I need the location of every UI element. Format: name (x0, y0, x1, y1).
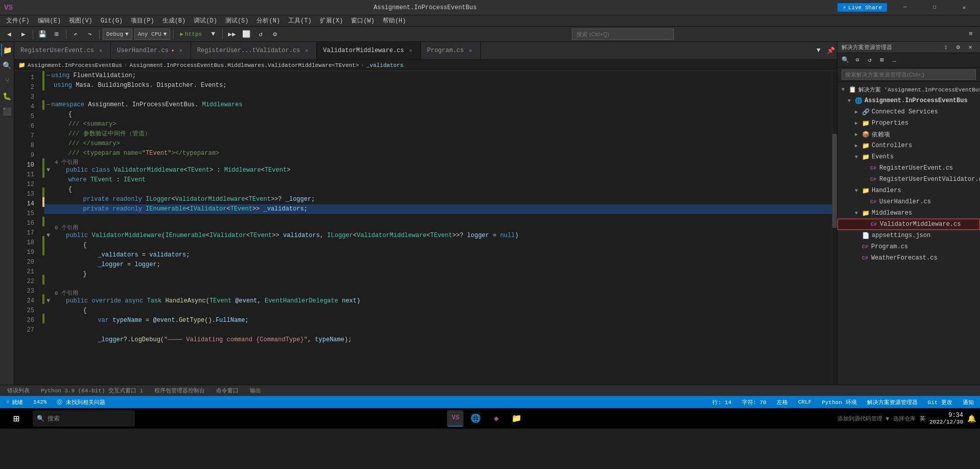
tree-arrow[interactable]: ▼ (853, 188, 860, 194)
tab-close-button[interactable]: ✕ (407, 47, 414, 54)
tree-arrow[interactable]: ▼ (853, 210, 860, 216)
taskbar-file-manager[interactable]: 📁 (508, 410, 525, 427)
menu-file[interactable]: 文件(F) (2, 15, 34, 26)
tree-arrow[interactable]: ▼ (839, 87, 847, 92)
tab-register-validator[interactable]: RegisterUser...tValidator.cs ✕ (191, 42, 317, 59)
tab-pin-button[interactable]: 📌 (825, 42, 837, 59)
toolbar-btn-more[interactable]: ≡ (965, 29, 977, 40)
toolbar-btn-restart[interactable]: ↺ (254, 29, 267, 40)
toolbar-btn-tools[interactable]: ⚙ (269, 29, 281, 40)
scrollbar-thumb[interactable] (832, 134, 837, 228)
start-button[interactable]: ⊞ (4, 408, 29, 429)
menu-project[interactable]: 项目(P) (127, 15, 158, 26)
tree-properties[interactable]: ▶ 📁 Properties (837, 118, 980, 129)
taskbar-select-repo[interactable]: 选择仓库 (893, 415, 916, 423)
tab-program[interactable]: Program.cs ✕ (421, 42, 481, 59)
bottom-tab-package-manager[interactable]: 程序包管理器控制台 (149, 385, 210, 396)
menu-help[interactable]: 帮助(H) (379, 15, 410, 26)
status-git-changes[interactable]: Git 更改 (926, 398, 954, 406)
tree-events-folder[interactable]: ▼ 📁 Events (837, 151, 980, 162)
activity-search[interactable]: 🔍 (1, 59, 13, 72)
sidebar-tb-filter[interactable]: ⊞ (876, 55, 888, 66)
breadcrumb-path[interactable]: Assignment.InProcessEventBus.Middlewares… (129, 62, 359, 68)
taskbar-vs-icon[interactable]: VS (447, 410, 463, 427)
collapse-10[interactable]: ▼ (46, 166, 50, 175)
tree-validator-middleware[interactable]: C# ValidatorMiddleware.cs (837, 219, 980, 230)
status-indent[interactable]: 左格 (775, 398, 790, 406)
toolbar-forward[interactable]: ▶ (17, 29, 30, 40)
status-errors[interactable]: ⓪ 未找到相关问题 (55, 398, 107, 406)
bottom-tab-output[interactable]: 输出 (245, 385, 266, 396)
debug-mode-dropdown[interactable]: Debug ▼ (103, 29, 132, 40)
status-line[interactable]: 行: 14 (710, 398, 733, 406)
menu-test[interactable]: 测试(S) (221, 15, 253, 26)
sidebar-settings-btn[interactable]: ⚙ (952, 42, 964, 53)
taskbar-lang[interactable]: 英 (920, 415, 925, 423)
menu-tools[interactable]: 工具(T) (284, 15, 316, 26)
activity-git[interactable]: ⑂ (1, 75, 13, 87)
breadcrumb-project[interactable]: Assignment.InProcessEventBus (28, 62, 122, 68)
bottom-tab-python[interactable]: Python 3.9 (64-bit) 交互式窗口 1 (36, 385, 148, 396)
run-button[interactable]: ▶ https (177, 30, 205, 38)
tab-user-handler[interactable]: UserHandler.cs ● ✕ (111, 42, 191, 59)
status-zoom[interactable]: 142% (31, 399, 49, 405)
tree-arrow[interactable]: ▶ (853, 109, 860, 115)
tab-close-button[interactable]: ✕ (177, 47, 184, 54)
bottom-tab-command[interactable]: 命令窗口 (211, 385, 244, 396)
status-solution-explorer[interactable]: 解决方案资源管理器 (865, 398, 920, 406)
menu-git[interactable]: Git(G) (97, 16, 127, 26)
tree-arrow[interactable]: ▶ (853, 120, 860, 126)
collapse-22[interactable]: ▼ (46, 296, 50, 306)
bottom-tab-errors[interactable]: 错误列表 (2, 385, 35, 396)
tab-register-user-event[interactable]: RegisterUserEvent.cs ✕ (14, 42, 111, 59)
tree-arrow[interactable]: ▶ (853, 131, 860, 137)
toolbar-save[interactable]: 💾 (36, 29, 49, 40)
tree-connected-services[interactable]: ▶ 🔗 Connected Services (837, 106, 980, 118)
tree-weather-forecast[interactable]: C# WeatherForecast.cs (837, 252, 980, 264)
toolbar-redo[interactable]: ↷ (84, 29, 96, 40)
tree-middlewares-folder[interactable]: ▼ 📁 Middlewares (837, 207, 980, 219)
tree-arrow[interactable]: ▼ (853, 154, 860, 160)
tree-project[interactable]: ▼ 🌐 Assignment.InProcessEventBus (837, 95, 980, 106)
editor-scrollbar[interactable] (832, 71, 837, 385)
tree-controllers[interactable]: ▶ 📁 Controllers (837, 140, 980, 151)
sidebar-close-btn[interactable]: ✕ (965, 42, 976, 53)
toolbar-btn-attach[interactable]: ▶▶ (226, 29, 238, 40)
sidebar-tb-more[interactable]: … (889, 55, 900, 66)
live-share-button[interactable]: ⚡ Live Share (837, 3, 887, 12)
status-python-env[interactable]: Python 环境 (820, 398, 858, 406)
menu-debug[interactable]: 调试(D) (190, 15, 221, 26)
sidebar-sync-btn[interactable]: ↕ (940, 42, 951, 53)
tree-handlers-folder[interactable]: ▼ 📁 Handlers (837, 185, 980, 196)
taskbar-purple-app[interactable]: ◆ (488, 410, 504, 427)
menu-analyze[interactable]: 分析(N) (252, 15, 284, 26)
menu-window[interactable]: 窗口(W) (347, 15, 379, 26)
collapse-1[interactable]: ─ (46, 71, 50, 81)
activity-extensions[interactable]: ⬛ (1, 105, 13, 118)
tree-register-user-event-validator[interactable]: C# RegisterUserEventValidator.cs (837, 174, 980, 185)
tree-dependencies[interactable]: ▶ 📦 依赖项 (837, 129, 980, 140)
platform-dropdown[interactable]: Any CPU ▼ (134, 29, 171, 40)
taskbar-notification-icon[interactable]: 🔔 (967, 414, 976, 423)
sidebar-search-input[interactable] (842, 69, 976, 80)
status-notifications[interactable]: 通知 (961, 398, 976, 406)
menu-build[interactable]: 生成(B) (158, 15, 190, 26)
menu-edit[interactable]: 编辑(E) (34, 15, 65, 26)
taskbar-add-source[interactable]: 添加到源代码管理 ▼ (837, 415, 889, 423)
activity-explorer[interactable]: 📁 (1, 44, 13, 56)
toolbar-undo[interactable]: ↶ (69, 29, 82, 40)
menu-extensions[interactable]: 扩展(X) (316, 15, 347, 26)
taskbar-edge[interactable]: 🌐 (468, 410, 484, 427)
sidebar-tb-collapse[interactable]: ⊖ (852, 55, 863, 66)
tab-close-button[interactable]: ✕ (467, 47, 474, 54)
tab-list-button[interactable]: ▼ (812, 42, 825, 59)
tab-close-button[interactable]: ✕ (97, 47, 104, 54)
tree-appsettings[interactable]: 📄 appsettings.json (837, 230, 980, 241)
collapse-4[interactable]: ─ (46, 100, 50, 110)
minimize-button[interactable]: ─ (893, 0, 917, 15)
tab-validator-middleware[interactable]: ValidatorMiddleware.cs ✕ (317, 42, 421, 59)
collapse-16[interactable]: ▼ (46, 231, 50, 241)
title-search-input[interactable] (572, 29, 674, 40)
activity-debug[interactable]: 🐛 (1, 90, 13, 102)
breadcrumb-member[interactable]: _validators (366, 62, 404, 68)
